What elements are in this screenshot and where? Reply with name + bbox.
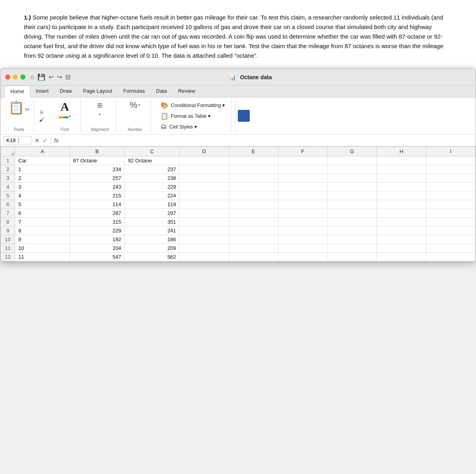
- cell-8-B[interactable]: 315: [70, 218, 125, 226]
- tab-insert[interactable]: Insert: [30, 86, 55, 97]
- tab-data[interactable]: Data: [151, 86, 172, 97]
- minimize-button[interactable]: [13, 74, 18, 80]
- cell-10-F[interactable]: [278, 235, 327, 244]
- cell-9-D[interactable]: [179, 226, 229, 235]
- cell-12-A[interactable]: 11: [15, 253, 70, 261]
- cell-1-A[interactable]: Car: [15, 156, 70, 165]
- cell-7-A[interactable]: 6: [15, 209, 70, 218]
- cell-4-H[interactable]: [377, 183, 426, 191]
- cell-6-G[interactable]: [327, 200, 377, 209]
- cell-3-C[interactable]: 238: [125, 174, 180, 183]
- cell-11-F[interactable]: [278, 244, 327, 253]
- cell-8-G[interactable]: [327, 218, 377, 226]
- save-icon[interactable]: 💾: [37, 73, 45, 81]
- fullscreen-button[interactable]: [20, 74, 25, 80]
- tab-review[interactable]: Review: [172, 86, 201, 97]
- cell-3-H[interactable]: [377, 174, 426, 183]
- cell-2-H[interactable]: [377, 165, 426, 174]
- col-header-e[interactable]: E: [229, 147, 278, 156]
- cell-3-G[interactable]: [327, 174, 377, 183]
- cell-5-H[interactable]: [377, 191, 426, 200]
- cell-8-I[interactable]: [426, 218, 476, 226]
- cell-12-I[interactable]: [426, 253, 476, 261]
- cell-8-F[interactable]: [278, 218, 327, 226]
- cell-7-I[interactable]: [426, 209, 476, 218]
- cell-3-D[interactable]: [179, 174, 229, 183]
- close-button[interactable]: [5, 74, 10, 80]
- col-header-b[interactable]: B: [70, 147, 125, 156]
- cell-6-B[interactable]: 114: [70, 200, 125, 209]
- col-header-d[interactable]: D: [179, 147, 229, 156]
- cell-12-C[interactable]: 562: [125, 253, 180, 261]
- cell-11-B[interactable]: 204: [70, 244, 125, 253]
- cell-9-E[interactable]: [229, 226, 278, 235]
- customize-icon[interactable]: ⊟: [65, 73, 71, 81]
- cell-11-E[interactable]: [229, 244, 278, 253]
- col-header-i[interactable]: I: [426, 147, 476, 156]
- cancel-input-icon[interactable]: ✕: [35, 137, 39, 144]
- cell-4-E[interactable]: [229, 183, 278, 191]
- col-header-g[interactable]: G: [327, 147, 377, 156]
- confirm-input-icon[interactable]: ✓: [43, 137, 47, 144]
- tab-page-layout[interactable]: Page Layout: [78, 86, 118, 97]
- tab-formulas[interactable]: Formulas: [118, 86, 151, 97]
- cell-5-D[interactable]: [179, 191, 229, 200]
- cell-2-A[interactable]: 1: [15, 165, 70, 174]
- cell-1-C[interactable]: 92 Octane: [125, 156, 180, 165]
- cell-2-D[interactable]: [179, 165, 229, 174]
- cell-9-I[interactable]: [426, 226, 476, 235]
- cell-10-A[interactable]: 9: [15, 235, 70, 244]
- cell-8-C[interactable]: 351: [125, 218, 180, 226]
- cell-12-F[interactable]: [278, 253, 327, 261]
- cell-7-F[interactable]: [278, 209, 327, 218]
- col-header-h[interactable]: H: [377, 147, 426, 156]
- cell-5-B[interactable]: 215: [70, 191, 125, 200]
- format-as-table-button[interactable]: 📋 Format as Table ▾: [159, 111, 227, 121]
- cell-2-F[interactable]: [278, 165, 327, 174]
- cell-10-D[interactable]: [179, 235, 229, 244]
- cell-4-B[interactable]: 243: [70, 183, 125, 191]
- cell-9-G[interactable]: [327, 226, 377, 235]
- cell-5-C[interactable]: 224: [125, 191, 180, 200]
- col-header-a[interactable]: A: [15, 147, 70, 156]
- cell-4-I[interactable]: [426, 183, 476, 191]
- cell-9-H[interactable]: [377, 226, 426, 235]
- cell-11-I[interactable]: [426, 244, 476, 253]
- conditional-formatting-button[interactable]: 🎨 Conditional Formatting ▾: [159, 101, 227, 110]
- cell-10-E[interactable]: [229, 235, 278, 244]
- cell-2-I[interactable]: [426, 165, 476, 174]
- cell-11-C[interactable]: 209: [125, 244, 180, 253]
- format-painter-icon[interactable]: 🖌: [39, 117, 44, 123]
- cell-1-B[interactable]: 87 Octane: [70, 156, 125, 165]
- cell-5-A[interactable]: 4: [15, 191, 70, 200]
- cell-3-A[interactable]: 2: [15, 174, 70, 183]
- cell-1-F[interactable]: [278, 156, 327, 165]
- cell-10-C[interactable]: 186: [125, 235, 180, 244]
- spreadsheet-area[interactable]: A B C D E F G H I 1Car87 Octane92 Octane…: [0, 146, 476, 261]
- cell-6-C[interactable]: 119: [125, 200, 180, 209]
- cell-4-A[interactable]: 3: [15, 183, 70, 191]
- cell-12-H[interactable]: [377, 253, 426, 261]
- cell-5-E[interactable]: [229, 191, 278, 200]
- cell-9-B[interactable]: 229: [70, 226, 125, 235]
- tab-draw[interactable]: Draw: [54, 86, 77, 97]
- cell-1-E[interactable]: [229, 156, 278, 165]
- cell-styles-button[interactable]: 🗂 Cell Styles ▾: [159, 122, 227, 131]
- cell-3-I[interactable]: [426, 174, 476, 183]
- cell-11-A[interactable]: 10: [15, 244, 70, 253]
- cell-5-I[interactable]: [426, 191, 476, 200]
- cell-11-D[interactable]: [179, 244, 229, 253]
- cell-8-E[interactable]: [229, 218, 278, 226]
- cell-5-F[interactable]: [278, 191, 327, 200]
- cell-1-D[interactable]: [179, 156, 229, 165]
- cell-8-A[interactable]: 7: [15, 218, 70, 226]
- cell-7-E[interactable]: [229, 209, 278, 218]
- cell-3-F[interactable]: [278, 174, 327, 183]
- cell-12-E[interactable]: [229, 253, 278, 261]
- cell-6-I[interactable]: [426, 200, 476, 209]
- number-dropdown-icon[interactable]: ▾: [138, 103, 140, 107]
- cell-2-G[interactable]: [327, 165, 377, 174]
- cell-4-G[interactable]: [327, 183, 377, 191]
- cell-5-G[interactable]: [327, 191, 377, 200]
- tab-home[interactable]: Home: [4, 86, 30, 98]
